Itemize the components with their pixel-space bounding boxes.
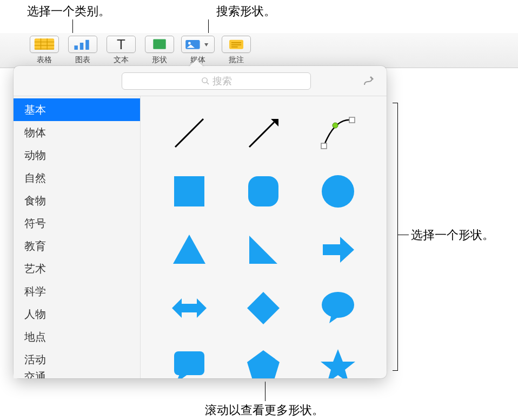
svg-rect-0 [35,39,54,50]
sidebar-item-objects[interactable]: 物体 [14,121,140,144]
shape-rounded-square[interactable] [239,167,288,216]
shape-arrow-right[interactable] [314,225,362,274]
sidebar-item-partial[interactable]: 交通 [14,371,140,378]
category-sidebar: 基本 物体 动物 自然 食物 符号 教育 艺术 科学 人物 地点 活动 交通 [14,96,141,378]
shape-arrow-horizontal[interactable] [165,284,214,332]
leader-line [265,382,265,401]
sidebar-item-animals[interactable]: 动物 [14,144,140,166]
shape-callout-box[interactable] [165,342,214,378]
leader-line [398,235,409,235]
chart-icon [68,36,97,53]
table-icon [30,36,59,53]
shape-square[interactable] [165,167,214,216]
callout-select-category: 选择一个类别。 [27,3,110,19]
toolbar-comment-button[interactable]: 批注 [218,35,255,66]
toolbar-shape-button[interactable]: 形状 [141,35,178,66]
popover-header: 搜索 [14,66,387,96]
toolbar-label: 图表 [75,55,90,65]
media-icon [181,36,215,53]
draw-pen-icon[interactable] [362,74,376,88]
shape-icon [145,36,174,53]
toolbar: 表格 图表 T 文本 形状 媒体 批注 [0,33,518,68]
svg-point-12 [188,42,191,44]
svg-rect-7 [80,43,83,50]
svg-line-20 [249,122,274,147]
svg-rect-8 [85,40,89,50]
svg-point-27 [322,292,354,318]
svg-line-19 [175,119,203,147]
sidebar-item-education[interactable]: 教育 [14,235,140,257]
svg-rect-25 [248,176,278,206]
comment-icon [222,36,251,53]
toolbar-label: 文本 [114,55,129,65]
svg-rect-24 [174,176,204,206]
svg-rect-28 [174,351,204,375]
sidebar-item-food[interactable]: 食物 [14,189,140,212]
shape-grid [141,96,387,378]
callout-search-shapes: 搜索形状。 [216,3,276,19]
svg-rect-22 [349,117,355,123]
callout-select-shape: 选择一个形状。 [411,227,494,243]
shape-right-triangle[interactable] [239,225,288,274]
text-icon: T [107,36,136,53]
svg-point-17 [202,78,207,83]
sidebar-item-places[interactable]: 地点 [14,325,140,348]
toolbar-label: 批注 [229,55,244,65]
svg-text:T: T [117,36,125,52]
shapes-popover: 搜索 基本 物体 动物 自然 食物 符号 教育 艺术 科学 人物 地点 活动 交… [14,66,387,378]
search-input[interactable]: 搜索 [122,72,311,90]
shape-pentagon[interactable] [239,342,288,378]
sidebar-item-activities[interactable]: 活动 [14,348,140,371]
toolbar-label: 形状 [152,55,167,65]
svg-line-18 [207,82,209,84]
search-icon [201,77,209,85]
bracket [393,103,398,371]
shape-star[interactable] [314,342,362,378]
toolbar-text-button[interactable]: T 文本 [103,35,140,66]
sidebar-item-basic[interactable]: 基本 [14,98,140,121]
sidebar-item-art[interactable]: 艺术 [14,257,140,280]
svg-rect-21 [321,143,327,149]
shape-diamond[interactable] [239,284,288,332]
svg-rect-10 [153,39,165,49]
shape-speech-bubble[interactable] [314,284,362,332]
shape-arrow-line[interactable] [239,109,288,157]
svg-point-23 [333,123,338,128]
search-placeholder: 搜索 [212,75,232,88]
toolbar-table-button[interactable]: 表格 [26,35,63,66]
sidebar-item-nature[interactable]: 自然 [14,166,140,189]
sidebar-item-science[interactable]: 科学 [14,280,140,303]
shape-triangle[interactable] [165,225,214,274]
shape-circle[interactable] [314,167,362,216]
sidebar-item-people[interactable]: 人物 [14,303,140,325]
toolbar-label: 表格 [37,55,52,65]
shape-line[interactable] [165,109,214,157]
svg-rect-6 [74,46,77,50]
toolbar-chart-button[interactable]: 图表 [64,35,101,66]
shape-bezier-curve[interactable] [314,109,362,157]
popover-arrow [189,59,204,67]
svg-point-26 [322,175,354,208]
callout-scroll-more: 滚动以查看更多形状。 [205,402,324,418]
sidebar-item-symbols[interactable]: 符号 [14,212,140,235]
